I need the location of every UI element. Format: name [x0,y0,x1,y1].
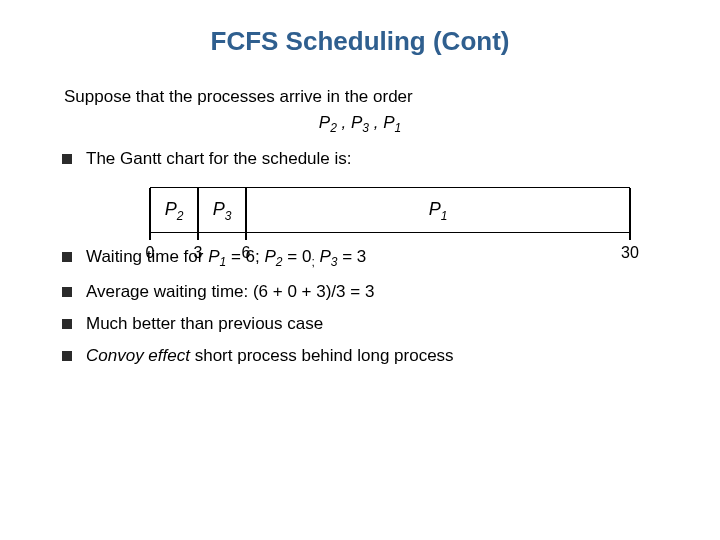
bullet-gantt-intro: The Gantt chart for the schedule is: [58,149,670,169]
bullet-better: Much better than previous case [58,314,670,334]
gantt-tick [629,232,631,240]
gantt-tick [245,232,247,240]
gantt-segment: P2 [150,188,198,232]
gantt-tick [149,232,151,240]
process-order: P2 , P3 , P1 [50,113,670,135]
bullet-average-wait: Average waiting time: (6 + 0 + 3)/3 = 3 [58,282,670,302]
gantt-segment: P3 [198,188,246,232]
intro-text: Suppose that the processes arrive in the… [64,87,670,107]
gantt-segment: P1 [246,188,630,232]
bullet-waiting-time: Waiting time for P1 = 6; P2 = 0; P3 = 3 [58,247,670,269]
page-title: FCFS Scheduling (Cont) [50,26,670,57]
bullet-convoy: Convoy effect short process behind long … [58,346,670,366]
gantt-chart: P2P3P103630 [150,187,630,233]
gantt-tick [197,232,199,240]
